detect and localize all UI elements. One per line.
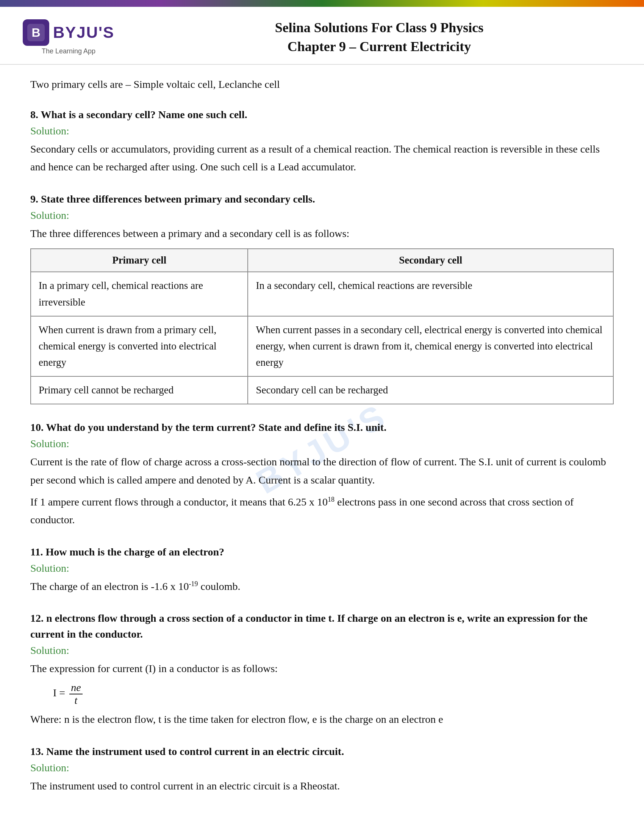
question-10-solution-label: Solution: [30,438,614,450]
denominator: t [73,695,79,706]
logo-area: B BYJU'S The Learning App [23,19,114,55]
table-header-primary: Primary cell [31,249,248,272]
question-8-title: 8. What is a secondary cell? Name one su… [30,107,614,123]
table-row: Primary cell cannot be recharged Seconda… [31,376,613,404]
question-8-solution-label: Solution: [30,125,614,137]
question-9-title: 9. State three differences between prima… [30,191,614,207]
byju-subtitle: The Learning App [42,47,95,55]
header-title: Selina Solutions For Class 9 Physics Cha… [137,18,621,56]
question-12-where-text: Where: n is the electron flow, t is the … [30,710,614,728]
question-8-solution-text: Secondary cells or accumulators, providi… [30,140,614,176]
header: B BYJU'S The Learning App Selina Solutio… [0,7,644,65]
question-12-title: 12. n electrons flow through a cross sec… [30,610,614,642]
question-11-solution-label: Solution: [30,562,614,574]
superscript-neg19: -19 [189,580,198,588]
table-cell: Secondary cell can be recharged [248,376,613,404]
question-13-title: 13. Name the instrument used to control … [30,744,614,759]
byju-logo-icon: B [23,19,49,46]
content-area: Two primary cells are – Simple voltaic c… [0,65,644,833]
question-11: 11. How much is the charge of an electro… [30,544,614,596]
superscript-18: 18 [328,495,335,503]
question-9-solution-label: Solution: [30,209,614,222]
table-row: When current is drawn from a primary cel… [31,316,613,377]
byju-logo-text: BYJU'S [53,24,114,42]
question-13-solution-text: The instrument used to control current i… [30,777,614,795]
table-cell: When current is drawn from a primary cel… [31,316,248,377]
intro-text: Two primary cells are – Simple voltaic c… [30,76,614,93]
question-9: 9. State three differences between prima… [30,191,614,405]
question-10: 10. What do you understand by the term c… [30,420,614,529]
question-13: 13. Name the instrument used to control … [30,744,614,795]
differences-table: Primary cell Secondary cell In a primary… [30,248,614,404]
question-10-solution-p1: Current is the rate of flow of charge ac… [30,453,614,489]
top-gradient-bar [0,0,644,7]
numerator: ne [69,682,82,695]
formula-line: I = ne t [53,682,614,706]
table-cell: In a secondary cell, chemical reactions … [248,272,613,316]
question-10-solution-p2: If 1 ampere current flows through a cond… [30,493,614,529]
question-11-solution-text: The charge of an electron is -1.6 x 10-1… [30,577,614,596]
table-cell: Primary cell cannot be recharged [31,376,248,404]
chapter-title: Selina Solutions For Class 9 Physics Cha… [137,18,621,56]
svg-text:B: B [31,26,40,39]
table-row: In a primary cell, chemical reactions ar… [31,272,613,316]
table-cell: When current passes in a secondary cell,… [248,316,613,377]
question-8: 8. What is a secondary cell? Name one su… [30,107,614,176]
fraction: ne t [69,682,82,706]
question-11-title: 11. How much is the charge of an electro… [30,544,614,560]
question-10-title: 10. What do you understand by the term c… [30,420,614,436]
question-13-solution-label: Solution: [30,762,614,774]
logo-box: B BYJU'S [23,19,114,46]
table-cell: In a primary cell, chemical reactions ar… [31,272,248,316]
question-12-solution-p1: The expression for current (I) in a cond… [30,659,614,678]
table-header-secondary: Secondary cell [248,249,613,272]
question-9-intro: The three differences between a primary … [30,225,614,243]
question-12: 12. n electrons flow through a cross sec… [30,610,614,728]
question-12-solution-label: Solution: [30,645,614,656]
